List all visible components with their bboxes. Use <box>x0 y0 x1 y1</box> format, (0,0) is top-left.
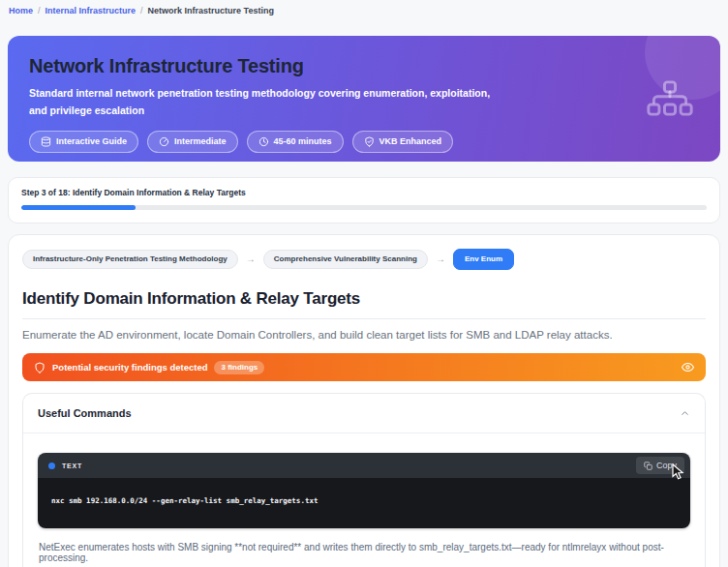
hero-badges: Interactive Guide Intermediate 45-60 min… <box>29 131 699 153</box>
useful-commands-body: TEXT Copy nxc smb 192.168.0.0/24 --gen-r… <box>23 433 705 567</box>
clipboard-icon <box>644 462 652 470</box>
progress-track <box>21 205 707 210</box>
findings-count-badge: 3 findings <box>214 361 264 374</box>
shield-icon <box>34 362 46 373</box>
breadcrumb-home-link[interactable]: Home <box>9 6 33 15</box>
path-pill-methodology[interactable]: Infrastructure-Only Penetration Testing … <box>22 250 238 269</box>
badge-label: Intermediate <box>174 137 227 146</box>
interactive-guide-badge: Interactive Guide <box>29 131 138 153</box>
useful-commands-title: Useful Commands <box>38 407 132 419</box>
path-pill-vulnerability-scanning[interactable]: Comprehensive Vulnerability Scanning <box>263 250 428 269</box>
language-dot-icon <box>48 463 55 469</box>
command-note: NetExec enumerates hosts with SMB signin… <box>38 542 690 563</box>
code-block-header: TEXT Copy <box>38 453 690 478</box>
code-block: TEXT Copy nxc smb 192.168.0.0/24 --gen-r… <box>38 453 690 528</box>
duration-badge: 45-60 minutes <box>247 131 344 153</box>
useful-commands-card: Useful Commands TEXT Copy n <box>22 393 706 567</box>
page-title: Network Infrastructure Testing <box>29 55 699 77</box>
breadcrumb-current: Network Infrastructure Testing <box>148 6 274 15</box>
breadcrumb-separator: / <box>140 6 143 15</box>
code-block-body[interactable]: nxc smb 192.168.0.0/24 --gen-relay-list … <box>38 478 690 528</box>
path-arrow-icon: → <box>246 254 256 264</box>
page-subtitle: Standard internal network penetration te… <box>29 85 505 120</box>
database-icon <box>41 136 51 147</box>
breadcrumb-internal-infrastructure-link[interactable]: Internal Infrastructure <box>46 6 136 15</box>
badge-label: VKB Enhanced <box>379 137 442 146</box>
progress-fill <box>21 205 136 210</box>
clock-icon <box>258 136 269 147</box>
badge-label: 45-60 minutes <box>274 137 332 146</box>
breadcrumb-separator: / <box>38 6 41 15</box>
path-pill-env-enum-active[interactable]: Env Enum <box>453 249 514 270</box>
copy-button[interactable]: Copy <box>636 457 684 474</box>
command-text: nxc smb 192.168.0.0/24 --gen-relay-list … <box>51 496 677 505</box>
hero-banner: Network Infrastructure Testing Standard … <box>8 36 720 162</box>
difficulty-badge: Intermediate <box>147 131 238 153</box>
eye-icon[interactable] <box>682 361 694 373</box>
step-description: Enumerate the AD environment, locate Dom… <box>22 329 706 341</box>
step-content-card: Infrastructure-Only Penetration Testing … <box>8 234 720 567</box>
methodology-path-nav: Infrastructure-Only Penetration Testing … <box>22 249 708 270</box>
progress-label: Step 3 of 18: Identify Domain Informatio… <box>21 188 707 197</box>
step-title: Identify Domain Information & Relay Targ… <box>22 289 706 319</box>
chevron-up-icon[interactable] <box>680 408 690 419</box>
sitemap-icon <box>647 80 693 120</box>
useful-commands-header[interactable]: Useful Commands <box>23 394 705 433</box>
shield-check-icon <box>364 136 375 147</box>
alert-message: Potential security findings detected <box>52 362 207 373</box>
code-language-label: TEXT <box>62 463 82 469</box>
gauge-icon <box>159 136 169 147</box>
badge-label: Interactive Guide <box>56 137 127 146</box>
security-findings-alert: Potential security findings detected 3 f… <box>22 353 706 381</box>
progress-card: Step 3 of 18: Identify Domain Informatio… <box>8 177 720 224</box>
copy-button-label: Copy <box>656 461 677 470</box>
breadcrumb: Home / Internal Infrastructure / Network… <box>0 0 728 15</box>
path-arrow-icon: → <box>436 254 445 264</box>
vkb-enhanced-badge: VKB Enhanced <box>352 131 454 153</box>
